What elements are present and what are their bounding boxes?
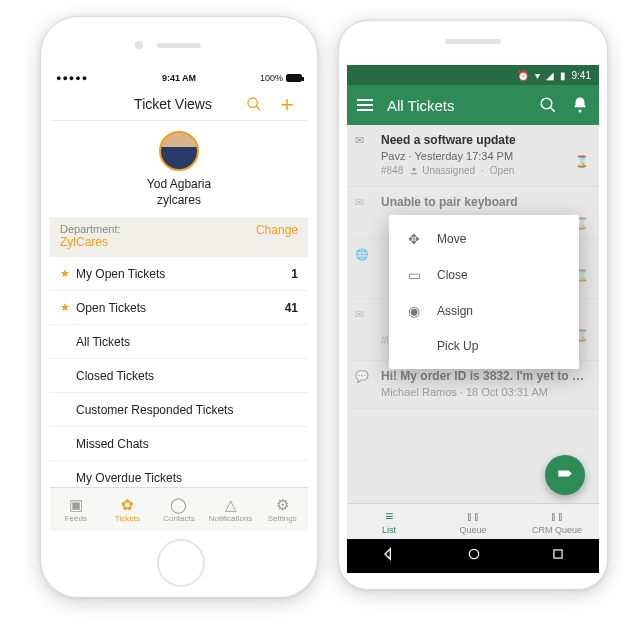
- bell-icon[interactable]: [571, 96, 589, 114]
- menu-item-pickup[interactable]: Pick Up: [389, 329, 579, 363]
- back-icon[interactable]: [381, 546, 397, 566]
- svg-point-0: [248, 98, 257, 107]
- view-count: 1: [291, 267, 298, 281]
- ticket-assignee: Unassigned: [409, 165, 475, 176]
- view-row[interactable]: Closed Tickets: [50, 359, 308, 393]
- svg-point-5: [413, 167, 416, 170]
- tab-tickets[interactable]: ✿Tickets: [102, 488, 154, 531]
- ticket-when: 18 Oct 03:31 AM: [466, 386, 548, 398]
- ticket-from: Michael Ramos: [381, 386, 457, 398]
- assign-icon: ◉: [405, 303, 423, 319]
- menu-item-assign[interactable]: ◉Assign: [389, 293, 579, 329]
- mail-icon: ✉: [355, 196, 364, 209]
- ticket-icon: [556, 466, 574, 484]
- battery-icon: [286, 74, 302, 82]
- svg-rect-8: [554, 550, 562, 558]
- svg-line-1: [256, 106, 260, 110]
- bell-icon: △: [225, 497, 237, 512]
- android-device: ⏰ ▾ ◢ ▮ 9:41 All Tickets ✉ Need a softwa…: [338, 20, 608, 590]
- ios-navbar: Ticket Views ＋: [50, 87, 308, 121]
- ticket-subject: Unable to pair keyboard: [381, 195, 589, 209]
- contacts-icon: ◯: [170, 497, 187, 512]
- view-row[interactable]: ★My Open Tickets1: [50, 257, 308, 291]
- alarm-icon: ⏰: [517, 70, 529, 81]
- battery-icon: ▮: [560, 70, 566, 81]
- search-icon[interactable]: [246, 96, 262, 112]
- android-status-bar: ⏰ ▾ ◢ ▮ 9:41: [347, 65, 599, 85]
- profile-block: Yod Agbaria zylcares: [50, 121, 308, 217]
- ios-tabbar: ▣Feeds ✿Tickets ◯Contacts △Notifications…: [50, 487, 308, 531]
- iphone-device: ●●●●● 9:41 AM 100% Ticket Views ＋ Yod Ag…: [40, 16, 318, 598]
- camera-dot: [135, 41, 143, 49]
- android-appbar: All Tickets: [347, 85, 599, 125]
- feeds-icon: ▣: [69, 497, 83, 512]
- mail-icon: ✉: [355, 308, 364, 321]
- view-row[interactable]: ★Open Tickets41: [50, 291, 308, 325]
- view-count: 41: [285, 301, 298, 315]
- star-icon: ★: [60, 301, 76, 314]
- hamburger-icon[interactable]: [357, 96, 373, 114]
- status-time: 9:41: [572, 70, 591, 81]
- android-navbar: [347, 539, 599, 573]
- ticket-from: Pavz: [381, 150, 405, 162]
- bottom-tab-list[interactable]: ≡List: [347, 504, 431, 539]
- add-icon[interactable]: ＋: [276, 93, 298, 115]
- view-row[interactable]: Missed Chats: [50, 427, 308, 461]
- queue-icon: ⫾⫾: [466, 509, 480, 523]
- avatar: [159, 131, 199, 171]
- tab-feeds[interactable]: ▣Feeds: [50, 488, 102, 531]
- search-icon[interactable]: [539, 96, 557, 114]
- profile-org: zylcares: [50, 193, 308, 207]
- svg-point-7: [469, 549, 478, 558]
- ticket-status: Open: [490, 165, 514, 176]
- bottom-tab-crm-queue[interactable]: ⫾⫾CRM Queue: [515, 504, 599, 539]
- ticket-id: #848: [381, 165, 403, 176]
- fab-new-ticket[interactable]: [545, 455, 585, 495]
- crm-queue-icon: ⫾⫾: [550, 509, 564, 523]
- android-screen: ⏰ ▾ ◢ ▮ 9:41 All Tickets ✉ Need a softwa…: [347, 65, 599, 573]
- gear-icon: ⚙: [276, 497, 289, 512]
- svg-line-3: [550, 107, 555, 112]
- globe-icon: 🌐: [355, 248, 369, 261]
- signal-icon: ◢: [546, 70, 554, 81]
- department-change-link[interactable]: Change: [256, 223, 298, 237]
- home-icon[interactable]: [466, 546, 482, 566]
- chat-icon: 💬: [355, 370, 369, 383]
- list-icon: ≡: [385, 509, 393, 523]
- bottom-tab-queue[interactable]: ⫾⫾Queue: [431, 504, 515, 539]
- page-title: Ticket Views: [134, 96, 212, 112]
- ticket-subject: Need a software update: [381, 133, 589, 147]
- department-label: Department:: [60, 223, 121, 235]
- move-icon: ✥: [405, 231, 423, 247]
- tickets-icon: ✿: [121, 497, 134, 512]
- profile-name: Yod Agbaria: [50, 177, 308, 191]
- mail-icon: ✉: [355, 134, 364, 147]
- hourglass-icon: ⌛: [575, 155, 589, 168]
- department-value: ZylCares: [60, 235, 121, 249]
- ios-status-bar: ●●●●● 9:41 AM 100%: [50, 69, 308, 87]
- view-row[interactable]: Customer Responded Tickets: [50, 393, 308, 427]
- status-time: 9:41 AM: [50, 73, 308, 83]
- ticket-item[interactable]: ✉ Need a software update Pavz · Yesterda…: [347, 125, 599, 187]
- department-bar: Department: ZylCares Change: [50, 217, 308, 257]
- ticket-subject: Hi! My order ID is 3832. I'm yet to …: [381, 369, 589, 383]
- close-ticket-icon: ▭: [405, 267, 423, 283]
- tab-contacts[interactable]: ◯Contacts: [153, 488, 205, 531]
- appbar-title: All Tickets: [387, 97, 525, 114]
- wifi-icon: ▾: [535, 70, 540, 81]
- view-row[interactable]: All Tickets: [50, 325, 308, 359]
- menu-item-move[interactable]: ✥Move: [389, 221, 579, 257]
- tab-notifications[interactable]: △Notifications: [205, 488, 257, 531]
- android-bottom-tabs: ≡List ⫾⫾Queue ⫾⫾CRM Queue: [347, 503, 599, 539]
- recents-icon[interactable]: [551, 547, 565, 565]
- ticket-context-menu: ✥Move ▭Close ◉Assign Pick Up: [389, 215, 579, 369]
- ticket-when: Yesterday 17:34 PM: [414, 150, 513, 162]
- svg-point-4: [579, 110, 582, 113]
- tab-settings[interactable]: ⚙Settings: [256, 488, 308, 531]
- speaker-slot: [445, 39, 501, 44]
- menu-item-close[interactable]: ▭Close: [389, 257, 579, 293]
- speaker-slot: [157, 43, 201, 48]
- ios-screen: ●●●●● 9:41 AM 100% Ticket Views ＋ Yod Ag…: [50, 69, 308, 531]
- star-icon: ★: [60, 267, 76, 280]
- svg-point-2: [541, 98, 552, 109]
